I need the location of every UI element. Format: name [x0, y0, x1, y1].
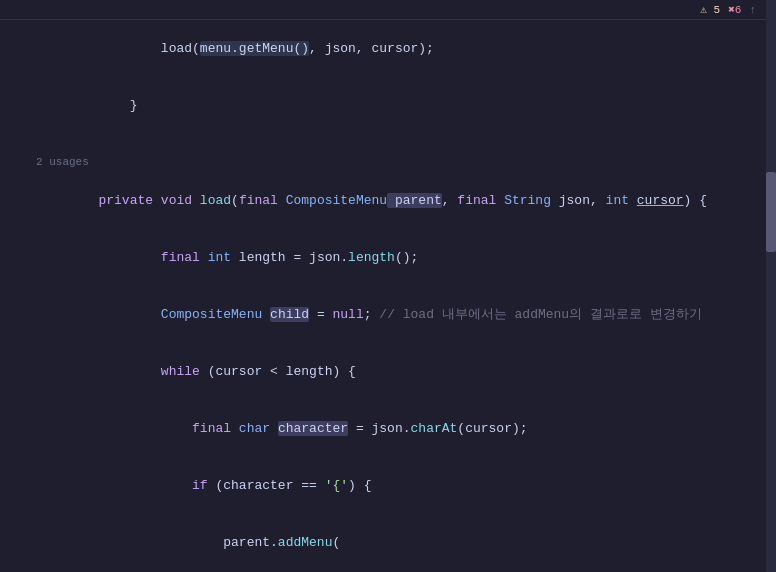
error-icon: ✖6: [728, 3, 741, 16]
line-if-char: if (character == '{') {: [0, 457, 776, 514]
line-text: final char character = json.charAt(curso…: [36, 400, 776, 457]
code-content: load(menu.getMenu(), json, cursor); } 2 …: [0, 20, 776, 572]
line-composite-child: CompositeMenu child = null; // load 내부에서…: [0, 286, 776, 343]
code-editor: ⚠ 5 ✖6 ↑ load(menu.getMenu(), json, curs…: [0, 0, 776, 572]
line-text: final int length = json.length();: [36, 229, 776, 286]
line-text: while (cursor < length) {: [36, 343, 776, 400]
line-method-sig: private void load(final CompositeMenu pa…: [0, 172, 776, 229]
line-close1: }: [0, 77, 776, 134]
line-parent-addmenu: parent.addMenu(: [0, 514, 776, 571]
line-while: while (cursor < length) {: [0, 343, 776, 400]
line-text: [36, 134, 776, 153]
warning-icon: ⚠ 5: [700, 3, 720, 16]
up-arrow-icon: ↑: [749, 4, 756, 16]
line-text: load(menu.getMenu(), json, cursor);: [36, 20, 776, 77]
line-text: CompositeMenu child = null; // load 내부에서…: [36, 286, 776, 343]
line-usages: 2 usages: [0, 153, 776, 172]
top-bar: ⚠ 5 ✖6 ↑: [0, 0, 776, 20]
line-int-length: final int length = json.length();: [0, 229, 776, 286]
line-text: private void load(final CompositeMenu pa…: [36, 172, 776, 229]
scrollbar-thumb[interactable]: [766, 172, 776, 252]
line-text: if (character == '{') {: [36, 457, 776, 514]
status-icons: ⚠ 5 ✖6 ↑: [700, 3, 756, 16]
line-text: parent.addMenu(: [36, 514, 776, 571]
line-text: }: [36, 77, 776, 134]
usages-text: 2 usages: [36, 153, 776, 172]
line-blank0: [0, 134, 776, 153]
line-load-call: load(menu.getMenu(), json, cursor);: [0, 20, 776, 77]
line-final-char: final char character = json.charAt(curso…: [0, 400, 776, 457]
scrollbar[interactable]: [766, 0, 776, 572]
